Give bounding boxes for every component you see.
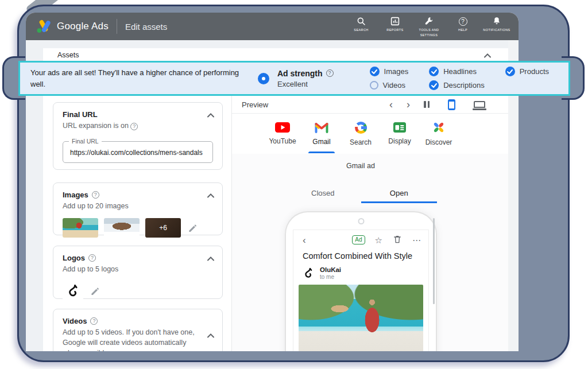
help-icon: ? [459,17,467,26]
edit-logos-button[interactable] [89,285,100,298]
back-button[interactable]: ‹ [301,235,307,245]
ad-state-tabs: Closed Open [285,185,437,203]
checklist-label: Products [520,67,549,76]
phone-scrollbar[interactable] [433,218,435,304]
bell-icon [492,17,501,26]
channel-tab-gmail[interactable]: Gmail [302,114,341,154]
delete-button[interactable] [392,234,403,246]
nav-search[interactable]: SEARCH [346,15,376,32]
previous-preview-button[interactable]: ‹ [388,99,394,110]
logos-title-row: Logos ? [63,254,213,262]
ad-strength-block: Ad strength ? Excellent [258,69,334,88]
images-subtitle: Add up to 20 images [63,201,213,211]
image-thumbnail-2[interactable] [104,218,140,238]
final-url-subtitle: URL expansion is on ? [63,121,213,131]
logo-thumbnail-olukai[interactable] [63,281,83,301]
videos-title: Videos [63,317,87,325]
gmail-toolbar: ‹ Ad ☆ ⋯ [293,230,428,250]
logos-title: Logos [63,254,85,262]
ad-type-label: Gmail ad [263,162,458,170]
mobile-icon [448,99,455,110]
display-icon [393,122,406,133]
page-title: Edit assets [125,22,167,32]
channel-tab-display[interactable]: Display [380,114,419,154]
tab-closed[interactable]: Closed [285,185,361,203]
videos-card: Videos ? Add up to 5 videos. If you don'… [53,309,223,351]
checklist-item-descriptions: Descriptions [429,80,485,90]
check-icon [429,67,439,76]
chevron-up-icon [207,333,214,338]
final-url-collapse-button[interactable] [206,110,215,121]
background-strip [26,40,519,48]
help-icon[interactable]: ? [92,191,99,199]
chevron-up-icon [207,257,214,261]
desktop-view-toggle[interactable] [473,100,486,109]
wrench-icon [424,17,434,26]
images-title-row: Images ? [63,191,213,199]
help-icon[interactable]: ? [88,254,96,262]
star-button[interactable]: ☆ [375,236,382,244]
final-url-input[interactable]: Final URL https://olukai.com/collections… [63,141,213,163]
preview-toolbar: Preview ‹ › [232,96,508,114]
channel-label: YouTube [269,137,296,145]
checklist-label: Descriptions [443,81,485,90]
channel-label: Discover [425,138,452,146]
search-icon [357,17,366,26]
channel-tab-discover[interactable]: Discover [419,114,458,154]
final-url-input-label: Final URL [69,138,102,145]
images-collapse-button[interactable] [206,190,215,201]
logo-thumbnails [63,281,213,301]
videos-collapse-button[interactable] [206,330,215,341]
final-url-title-row: Final URL [63,110,213,119]
mobile-view-toggle[interactable] [447,98,457,111]
page: Google Ads Edit assets SEARCH REPORTS TO… [0,0,588,369]
preview-title: Preview [232,100,268,109]
checklist-item-headlines: Headlines [429,67,485,76]
help-icon[interactable]: ? [130,123,138,130]
images-title: Images [63,191,88,199]
nav-help[interactable]: ? HELP [448,15,478,32]
checklist-item-images: Images [370,67,409,76]
ad-strength-label-row: Ad strength ? [277,69,334,78]
check-icon [429,80,439,90]
assets-collapse-button[interactable] [483,50,492,61]
image-thumbnail-more[interactable]: +6 [145,218,181,238]
channel-tab-search[interactable]: Search [341,114,380,154]
nav-help-label: HELP [458,28,467,32]
ad-strength-banner: Your ads are all set! They'll have a hig… [18,61,570,96]
chevron-up-icon [207,193,214,198]
nav-reports[interactable]: REPORTS [380,15,410,32]
trash-icon [393,235,401,243]
tab-open[interactable]: Open [361,185,438,203]
ad-strength-value: Excellent [277,80,334,88]
checklist-label: Headlines [443,67,477,76]
logos-collapse-button[interactable] [206,253,215,264]
chevron-up-icon [207,113,214,118]
nav-notifications[interactable]: NOTIFICATIONS [482,15,512,32]
help-icon[interactable]: ? [326,69,334,77]
channel-tab-youtube[interactable]: YouTube [263,114,302,154]
sender-info: OluKai to me [320,266,341,280]
next-preview-button[interactable]: › [405,99,411,110]
ad-badge: Ad [352,235,365,244]
help-icon[interactable]: ? [90,317,98,325]
nav-tools-settings[interactable]: TOOLS AND SETTINGS [414,15,444,37]
channel-label: Search [350,138,372,146]
gmail-preview-area: Gmail ad Closed Open ‹ Ad [232,154,508,351]
gmail-icon [315,122,328,133]
olukai-hook-icon [303,267,314,279]
nav-tools-settings-label: TOOLS AND SETTINGS [414,28,444,37]
more-options-button[interactable]: ⋯ [412,236,421,244]
image-thumbnail-1[interactable] [63,218,98,238]
google-g-icon [355,122,367,134]
final-url-card: Final URL URL expansion is on ? Final UR… [53,102,223,170]
app-bar: Google Ads Edit assets SEARCH REPORTS TO… [26,13,519,40]
image-thumbnails: +6 [63,218,213,238]
edit-images-button[interactable] [187,222,198,235]
pause-button[interactable] [423,100,431,109]
sender-name: OluKai [320,266,341,273]
nav-reports-label: REPORTS [386,28,403,32]
active-tab-underline [308,152,335,153]
nav-search-label: SEARCH [354,28,368,32]
ad-strength-label: Ad strength [277,69,323,78]
